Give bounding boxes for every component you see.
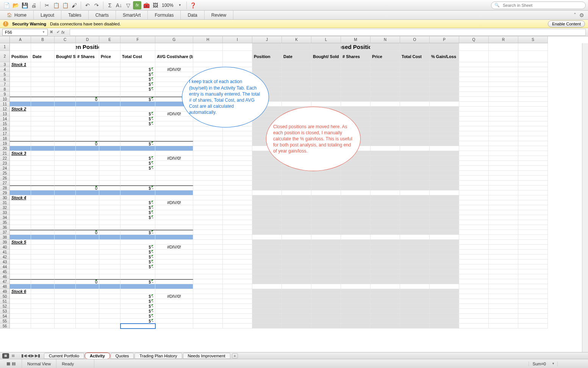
cell[interactable] bbox=[76, 215, 99, 220]
cell[interactable]: Closed Positions bbox=[341, 43, 371, 51]
cell[interactable] bbox=[489, 324, 518, 329]
vertical-scrollbar[interactable] bbox=[582, 43, 588, 352]
cell[interactable] bbox=[252, 186, 282, 190]
cell[interactable] bbox=[155, 131, 193, 136]
cell[interactable] bbox=[341, 255, 371, 259]
cell[interactable] bbox=[400, 220, 430, 225]
cell[interactable] bbox=[99, 107, 120, 112]
cell[interactable] bbox=[459, 181, 489, 186]
cell[interactable] bbox=[430, 274, 459, 279]
cell[interactable] bbox=[120, 225, 155, 230]
cell[interactable] bbox=[120, 136, 155, 141]
cell[interactable] bbox=[311, 210, 341, 215]
cell[interactable]: $ - bbox=[120, 314, 155, 319]
cell[interactable] bbox=[31, 112, 55, 116]
cell[interactable] bbox=[371, 274, 400, 279]
tab-prev-icon[interactable]: ◀ bbox=[27, 353, 30, 358]
cell[interactable] bbox=[371, 43, 400, 51]
cell[interactable] bbox=[193, 284, 223, 289]
cell[interactable] bbox=[341, 181, 371, 186]
cell[interactable] bbox=[371, 156, 400, 161]
cell[interactable] bbox=[193, 225, 223, 230]
cell[interactable] bbox=[518, 269, 548, 274]
cell[interactable] bbox=[223, 304, 252, 309]
row-header-38[interactable]: 38 bbox=[0, 235, 10, 240]
cell[interactable] bbox=[55, 264, 76, 269]
cell[interactable] bbox=[311, 279, 341, 284]
cell[interactable] bbox=[341, 284, 371, 289]
cell[interactable] bbox=[282, 240, 311, 245]
cell[interactable] bbox=[489, 186, 518, 190]
cell[interactable] bbox=[193, 190, 223, 195]
cell[interactable] bbox=[223, 284, 252, 289]
cell[interactable] bbox=[31, 141, 55, 146]
cell[interactable] bbox=[371, 200, 400, 205]
cell[interactable] bbox=[400, 245, 430, 250]
cell[interactable] bbox=[55, 43, 76, 51]
cell[interactable] bbox=[76, 240, 99, 245]
cell[interactable] bbox=[489, 230, 518, 235]
cell[interactable] bbox=[400, 107, 430, 112]
cell[interactable] bbox=[311, 309, 341, 314]
cell[interactable] bbox=[155, 171, 193, 176]
cell[interactable] bbox=[76, 151, 99, 156]
sheet-tab-current-portfolio[interactable]: Current Portfolio bbox=[44, 353, 84, 359]
cell[interactable]: $ - bbox=[120, 255, 155, 259]
cell[interactable] bbox=[10, 146, 31, 151]
cell[interactable] bbox=[76, 176, 99, 181]
open-icon[interactable]: 📂 bbox=[11, 1, 20, 9]
cell[interactable]: #DIV/0! bbox=[155, 156, 193, 161]
cell[interactable] bbox=[282, 200, 311, 205]
cell[interactable] bbox=[31, 245, 55, 250]
cell[interactable]: 0 bbox=[76, 230, 99, 235]
cell[interactable] bbox=[193, 181, 223, 186]
cell[interactable] bbox=[400, 235, 430, 240]
cell[interactable] bbox=[400, 205, 430, 210]
cell[interactable] bbox=[55, 215, 76, 220]
cell[interactable] bbox=[430, 195, 459, 200]
cell[interactable] bbox=[282, 289, 311, 294]
cell[interactable] bbox=[76, 62, 99, 67]
cell[interactable] bbox=[252, 62, 282, 67]
row-header-18[interactable]: 18 bbox=[0, 136, 10, 141]
cell[interactable] bbox=[430, 319, 459, 324]
cell[interactable] bbox=[311, 304, 341, 309]
cell[interactable] bbox=[400, 97, 430, 102]
cell[interactable] bbox=[489, 250, 518, 255]
cell[interactable] bbox=[430, 289, 459, 294]
cell[interactable] bbox=[489, 62, 518, 67]
cell[interactable] bbox=[252, 259, 282, 264]
cell[interactable] bbox=[155, 62, 193, 67]
cell[interactable] bbox=[459, 62, 489, 67]
cell[interactable] bbox=[489, 284, 518, 289]
cell[interactable] bbox=[223, 235, 252, 240]
cell[interactable] bbox=[120, 269, 155, 274]
cell[interactable] bbox=[120, 146, 155, 151]
cell[interactable] bbox=[400, 77, 430, 82]
cell[interactable] bbox=[489, 171, 518, 176]
cell[interactable] bbox=[311, 43, 341, 51]
cell[interactable] bbox=[311, 205, 341, 210]
sheet-tab-activity[interactable]: Activity bbox=[85, 353, 110, 359]
cell[interactable] bbox=[223, 62, 252, 67]
cell[interactable] bbox=[99, 210, 120, 215]
cell[interactable] bbox=[10, 284, 31, 289]
cell[interactable] bbox=[31, 62, 55, 67]
cell[interactable] bbox=[430, 146, 459, 151]
cell[interactable] bbox=[400, 299, 430, 304]
row-header-27[interactable]: 27 bbox=[0, 181, 10, 186]
cell[interactable] bbox=[193, 245, 223, 250]
cell[interactable] bbox=[282, 186, 311, 190]
normal-view-icon[interactable]: ▦ bbox=[2, 353, 9, 359]
cell[interactable] bbox=[341, 190, 371, 195]
cell[interactable] bbox=[31, 264, 55, 269]
cell[interactable] bbox=[430, 309, 459, 314]
cell[interactable] bbox=[518, 299, 548, 304]
cell[interactable] bbox=[10, 319, 31, 324]
cell[interactable] bbox=[120, 289, 155, 294]
cell[interactable] bbox=[76, 250, 99, 255]
cell[interactable] bbox=[55, 146, 76, 151]
cell[interactable] bbox=[371, 264, 400, 269]
cell[interactable]: #DIV/0! bbox=[155, 294, 193, 299]
cell[interactable] bbox=[252, 284, 282, 289]
